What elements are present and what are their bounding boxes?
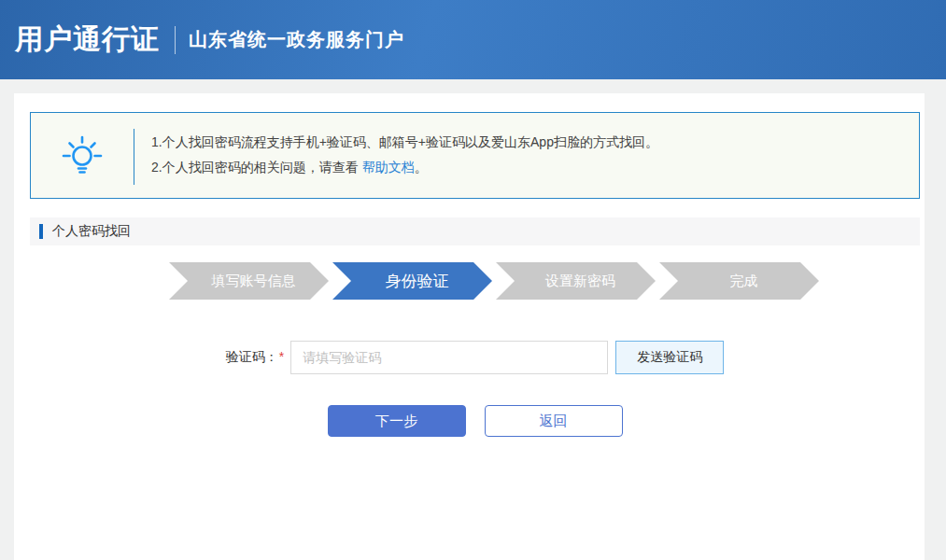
main-content-card: 1.个人找回密码流程支持手机+验证码、邮箱号+验证码以及爱山东App扫脸的方式找… bbox=[14, 93, 925, 560]
notice-line-2: 2.个人找回密码的相关问题，请查看帮助文档。 bbox=[151, 160, 919, 176]
notice-box: 1.个人找回密码流程支持手机+验证码、邮箱号+验证码以及爱山东App扫脸的方式找… bbox=[30, 112, 920, 199]
lightbulb-icon bbox=[61, 129, 104, 183]
notice-line-1: 1.个人找回密码流程支持手机+验证码、邮箱号+验证码以及爱山东App扫脸的方式找… bbox=[151, 134, 919, 151]
back-button[interactable]: 返回 bbox=[485, 405, 623, 437]
title-divider bbox=[175, 26, 176, 54]
notice-icon-cell bbox=[31, 113, 134, 198]
send-code-button[interactable]: 发送验证码 bbox=[615, 341, 724, 374]
site-header: 用户通行证 山东省统一政务服务门户 bbox=[0, 0, 946, 79]
step-complete: 完成 bbox=[659, 262, 819, 300]
site-title: 用户通行证 bbox=[15, 21, 160, 59]
captcha-input[interactable] bbox=[290, 341, 608, 374]
notice-line-2-text: 2.个人找回密码的相关问题，请查看 bbox=[151, 160, 359, 175]
section-accent-bar bbox=[39, 224, 43, 239]
next-step-button[interactable]: 下一步 bbox=[328, 405, 466, 437]
help-doc-link[interactable]: 帮助文档 bbox=[362, 160, 415, 175]
step-set-new-password: 设置新密码 bbox=[496, 262, 656, 300]
section-title: 个人密码找回 bbox=[52, 223, 131, 240]
section-title-bar: 个人密码找回 bbox=[30, 217, 920, 245]
captcha-form-row: 验证码：* 发送验证码 bbox=[30, 341, 920, 374]
step-identity-verification: 身份验证 bbox=[332, 262, 492, 300]
step-fill-account-info: 填写账号信息 bbox=[169, 262, 329, 300]
notice-line-2-suffix: 。 bbox=[415, 160, 428, 175]
notice-text: 1.个人找回密码流程支持手机+验证码、邮箱号+验证码以及爱山东App扫脸的方式找… bbox=[134, 113, 919, 198]
content-wrapper: 1.个人找回密码流程支持手机+验证码、邮箱号+验证码以及爱山东App扫脸的方式找… bbox=[14, 93, 925, 437]
site-subtitle: 山东省统一政务服务门户 bbox=[189, 27, 404, 52]
step-indicator: 填写账号信息 身份验证 设置新密码 完成 bbox=[30, 262, 920, 300]
actions-row: 下一步 返回 bbox=[30, 405, 920, 437]
required-asterisk: * bbox=[279, 349, 284, 364]
captcha-label: 验证码：* bbox=[226, 349, 284, 366]
